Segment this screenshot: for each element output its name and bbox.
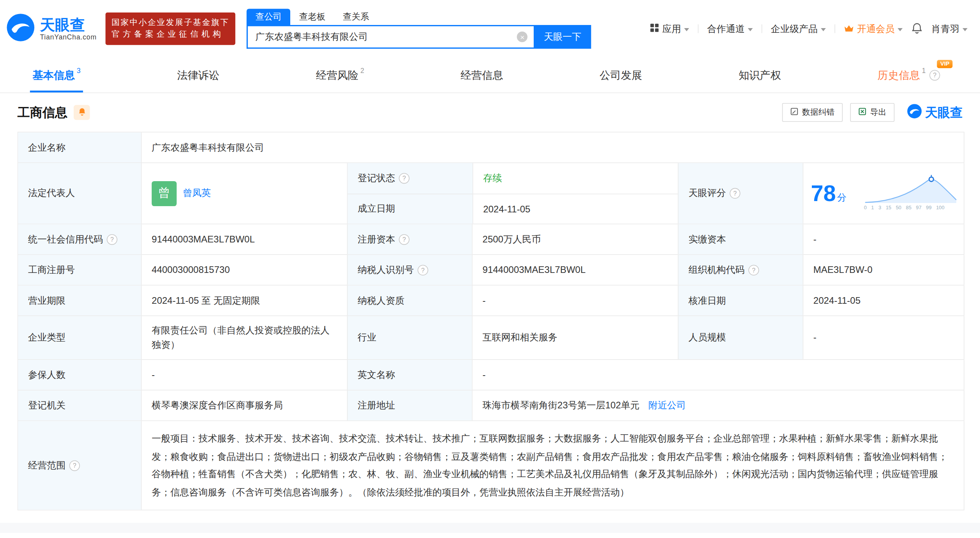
legal-rep-label: 法定代表人 [18,163,141,224]
company-type-label: 企业类型 [18,316,141,359]
page: 天眼查 TianYanCha.com 国家中小企业发展子基金旗下 官方备案企业征… [0,0,980,538]
cert-badge: 国家中小企业发展子基金旗下 官方备案企业征信机构 [105,12,236,45]
reg-capital-label-cell: 注册资本 ? [347,224,472,254]
help-icon[interactable]: ? [748,265,759,275]
insured-count-value: - [141,360,347,390]
help-icon[interactable]: ? [69,460,80,470]
help-icon[interactable]: ? [107,234,117,244]
export-button[interactable]: 导出 [850,103,895,122]
watermark-label: 天眼查 [925,104,962,121]
tab-history-info-label: 历史信息 [877,68,920,82]
search-tabs: 查公司 查老板 查关系 [247,9,591,25]
score-value: 78 分 [811,182,846,205]
nearby-companies-link[interactable]: 附近公司 [648,398,686,412]
data-correction-button[interactable]: 数据纠错 [782,103,843,122]
tab-operating-risk-label: 经营风险 [316,68,359,82]
score-curve [864,175,957,204]
tianyancha-logo[interactable]: 天眼查 TianYanCha.com [6,13,97,45]
legal-rep-link[interactable]: 曾凤英 [183,186,211,200]
header-nav: 应用 合作通道 企业级产品 开通会员 [650,22,968,36]
nav-apps[interactable]: 应用 [650,23,689,34]
establish-date-label: 成立日期 [348,193,472,224]
tab-operating-info[interactable]: 经营信息 [458,57,506,93]
monitor-bell-button[interactable] [74,105,90,120]
nav-enterprise-products-label: 企业级产品 [771,23,818,34]
business-info-table: 企业名称 广东农盛粤丰科技有限公司 法定代表人 曾 曾凤英 登记状态 ? 存续 … [18,132,964,511]
table-row: 统一社会信用代码 ? 91440003MAE3L7BW0L 注册资本 ? 250… [18,224,964,254]
help-icon[interactable]: ? [399,234,409,244]
nav-open-membership[interactable]: 开通会员 [844,23,902,34]
nav-enterprise-products[interactable]: 企业级产品 [771,23,826,34]
tab-operating-info-label: 经营信息 [461,68,503,82]
grid-icon [650,23,659,34]
staff-size-value: - [803,316,965,359]
search-area: 查公司 查老板 查关系 × 天眼一下 [247,9,591,48]
bell-icon [78,107,86,118]
top-header: 天眼查 TianYanCha.com 国家中小企业发展子基金旗下 官方备案企业征… [0,0,980,57]
company-name-label: 企业名称 [18,132,141,162]
registration-authority-value: 横琴粤澳深度合作区商事服务局 [141,390,347,420]
registered-address-value: 珠海市横琴南角街23号第一层102单元 [483,398,640,412]
section-actions: 数据纠错 导出 天眼查 [782,103,962,122]
business-term-value: 2024-11-05 至 无固定期限 [141,285,347,315]
chevron-down-icon [898,28,903,31]
tab-history-info[interactable]: VIP 历史信息 1 ? [875,57,943,93]
search-tab-boss[interactable]: 查老板 [290,9,334,25]
score-unit: 分 [837,191,847,205]
clear-icon[interactable]: × [517,32,527,42]
tab-operating-risk[interactable]: 经营风险 2 [314,57,367,93]
nav-open-membership-label: 开通会员 [857,23,895,34]
company-name-value: 广东农盛粤丰科技有限公司 [141,132,965,162]
table-row: 工商注册号 440003000815730 纳税人识别号 ? 91440003M… [18,254,964,285]
table-row: 经营范围 ? 一般项目：技术服务、技术开发、技术咨询、技术交流、技术转让、技术推… [18,420,964,510]
approval-date-value: 2024-11-05 [803,285,965,315]
score-cell: 78 分 0 1 3 15 50 85 97 99 100 [803,163,965,224]
search-tab-company[interactable]: 查公司 [247,9,290,25]
user-menu[interactable]: 肖青羽 [931,23,968,34]
reg-status-label: 登记状态 [358,172,395,184]
search-button[interactable]: 天眼一下 [534,25,591,49]
business-scope-label-cell: 经营范围 ? [18,421,141,509]
chevron-down-icon [748,28,753,31]
nav-apps-label: 应用 [662,23,681,34]
tab-legal-proceedings[interactable]: 法律诉讼 [175,57,222,93]
org-code-value: MAE3L7BW-0 [803,255,965,285]
status-establish-subgrid: 登记状态 ? 存续 成立日期 2024-11-05 [347,163,678,224]
tianyancha-logo-icon [6,13,35,45]
reg-capital-value: 2500万人民币 [472,224,678,254]
approval-date-label: 核准日期 [678,285,803,315]
tab-basic-info-label: 基本信息 [32,68,75,82]
paid-capital-value: - [803,224,965,254]
table-row: 企业名称 广东农盛粤丰科技有限公司 [18,132,964,162]
tab-legal-proceedings-label: 法律诉讼 [177,68,220,82]
nav-cooperation[interactable]: 合作通道 [707,23,753,34]
company-type-value: 有限责任公司（非自然人投资或控股的法人独资） [141,316,347,359]
legal-rep-avatar[interactable]: 曾 [152,181,177,206]
help-icon[interactable]: ? [929,69,940,80]
nav-cooperation-label: 合作通道 [707,23,745,34]
reg-no-label: 工商注册号 [18,255,141,285]
brand-name: 天眼查 [40,17,96,33]
registration-authority-label: 登记机关 [18,390,141,420]
help-icon[interactable]: ? [417,265,428,275]
chevron-down-icon [962,28,968,31]
tab-basic-info[interactable]: 基本信息 3 [30,57,83,93]
registered-address-cell: 珠海市横琴南角街23号第一层102单元 附近公司 [472,390,965,420]
crown-icon [844,23,854,34]
tab-intellectual-property[interactable]: 知识产权 [736,57,784,93]
edit-document-icon [790,107,799,118]
export-label: 导出 [870,107,886,118]
uscc-value: 91440003MAE3L7BW0L [141,224,347,254]
tab-history-info-count: 1 [922,67,926,74]
help-icon[interactable]: ? [730,188,740,199]
business-scope-label: 经营范围 [28,458,66,472]
notifications-bell[interactable] [911,22,923,36]
divider [834,24,835,33]
reg-capital-label: 注册资本 [358,232,395,246]
help-icon[interactable]: ? [399,173,409,183]
search-row: × 天眼一下 [247,25,591,49]
section-title: 工商信息 [18,104,67,121]
tab-company-development[interactable]: 公司发展 [597,57,645,93]
search-tab-relation[interactable]: 查关系 [334,9,378,25]
search-input[interactable] [247,25,534,49]
